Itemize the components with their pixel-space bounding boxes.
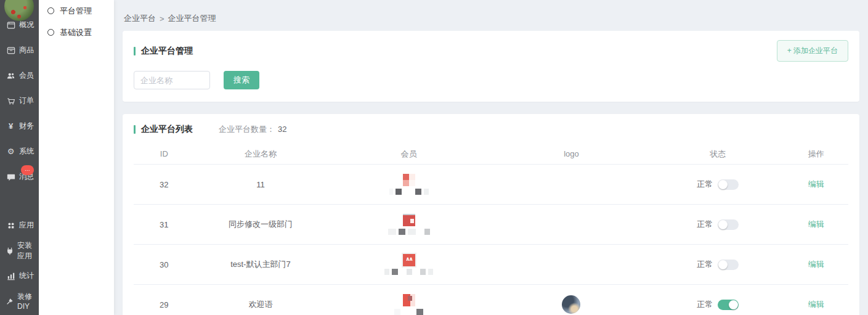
stats-icon: [6, 272, 16, 280]
cell-logo: [491, 295, 652, 314]
cell-status: 正常: [652, 179, 784, 190]
submenu-item-label: 平台管理: [60, 6, 92, 17]
breadcrumb-separator: >: [160, 14, 164, 23]
cell-company-name: test-默认主部门7: [195, 259, 327, 270]
column-header-1: 企业名称: [195, 149, 327, 160]
company-name-input[interactable]: [134, 71, 210, 89]
member-avatar-image: [403, 294, 415, 306]
sidebar-item-label: 应用: [19, 220, 34, 231]
status-label: 正常: [697, 219, 713, 230]
cell-action: 编辑: [784, 219, 848, 230]
sidebar-item-message[interactable]: 消息…: [0, 164, 39, 189]
cell-action: 编辑: [784, 299, 848, 310]
member-name-blurred: [388, 189, 430, 195]
toggle-knob: [718, 220, 728, 229]
cell-member: [327, 254, 491, 276]
sidebar-item-label: 订单: [19, 96, 34, 106]
submenu-item-platform-manage[interactable]: 平台管理: [39, 0, 114, 22]
column-header-0: ID: [134, 149, 195, 158]
column-header-5: 操作: [784, 149, 848, 160]
finance-icon: ¥: [6, 121, 16, 131]
platform-list-card: 企业平台列表 企业平台数量：32 ID企业名称会员logo状态操作 3211正常…: [123, 114, 859, 315]
cell-company-name: 11: [195, 180, 327, 189]
table-body: 3211正常编辑31同步修改一级部门正常编辑30test-默认主部门7正常编辑2…: [134, 165, 848, 315]
toggle-knob: [729, 300, 738, 309]
member-avatar-image: [403, 214, 415, 226]
sidebar-item-stats[interactable]: 统计: [0, 263, 39, 288]
cell-status: 正常: [652, 259, 784, 270]
list-card-title: 企业平台列表: [134, 124, 193, 135]
sidebar-item-label: 统计: [19, 271, 34, 281]
toggle-knob: [718, 180, 728, 189]
table-row: 30test-默认主部门7正常编辑: [134, 245, 848, 285]
cell-id: 30: [134, 260, 195, 269]
sidebar-item-label: 商品: [19, 45, 34, 55]
radio-circle-icon: [47, 29, 54, 36]
member-avatar-image: [403, 174, 415, 186]
message-badge: …: [21, 165, 34, 175]
status-toggle[interactable]: [718, 300, 739, 310]
submenu-item-basic-settings[interactable]: 基础设置: [39, 22, 114, 43]
status-label: 正常: [697, 179, 713, 190]
goods-icon: [6, 46, 16, 55]
column-header-2: 会员: [327, 149, 491, 160]
cell-company-name: 欢迎语: [195, 299, 327, 310]
edit-link[interactable]: 编辑: [808, 260, 824, 269]
breadcrumb-current: 企业平台管理: [168, 13, 216, 24]
sidebar-item-label: 系统: [19, 146, 34, 157]
platform-count: 企业平台数量：32: [219, 124, 286, 135]
cell-id: 29: [134, 300, 195, 309]
sidebar-menu: 概况商品会员订单¥财务⚙系统消息…应用安装应用统计装修DIY: [0, 12, 39, 314]
app-icon: [6, 221, 16, 230]
title-accent-bar: [134, 125, 136, 134]
cell-status: 正常: [652, 299, 784, 310]
platform-count-value: 32: [278, 125, 286, 134]
sidebar-item-app[interactable]: 应用: [0, 213, 39, 238]
main-content: 企业平台 > 企业平台管理 企业平台管理 + 添加企业平台 搜索 企业平台列表 …: [114, 0, 868, 315]
breadcrumb: 企业平台 > 企业平台管理: [123, 0, 859, 31]
breadcrumb-link-parent[interactable]: 企业平台: [124, 13, 156, 24]
cell-id: 32: [134, 180, 195, 189]
status-label: 正常: [697, 259, 713, 270]
table-row: 31同步修改一级部门正常编辑: [134, 205, 848, 245]
cell-member: [327, 174, 491, 195]
submenu-item-label: 基础设置: [60, 27, 92, 38]
title-accent-bar: [134, 47, 136, 55]
sidebar-item-overview[interactable]: 概况: [0, 12, 39, 38]
status-toggle[interactable]: [718, 179, 739, 190]
edit-link[interactable]: 编辑: [808, 179, 824, 189]
cell-status: 正常: [652, 219, 784, 230]
column-header-4: 状态: [652, 149, 784, 160]
sidebar-item-diy[interactable]: 装修DIY: [0, 288, 39, 314]
cell-company-name: 同步修改一级部门: [195, 219, 327, 230]
search-button[interactable]: 搜索: [224, 71, 259, 89]
edit-link[interactable]: 编辑: [808, 300, 824, 309]
cell-id: 31: [134, 220, 195, 229]
table-row: 29欢迎语正常编辑: [134, 285, 848, 315]
cell-action: 编辑: [784, 259, 848, 270]
member-name-blurred: [393, 309, 424, 315]
status-label: 正常: [697, 299, 713, 310]
search-card-title: 企业平台管理: [134, 46, 193, 57]
sidebar-item-goods[interactable]: 商品: [0, 38, 39, 63]
sidebar-group-spacer: [0, 189, 39, 213]
sidebar-item-install-app[interactable]: 安装应用: [0, 238, 39, 263]
sidebar-item-label: 安装应用: [17, 240, 39, 261]
member-avatar-image: [403, 254, 415, 266]
dark-sidebar: 概况商品会员订单¥财务⚙系统消息…应用安装应用统计装修DIY: [0, 0, 39, 315]
sidebar-item-label: 装修DIY: [17, 292, 39, 311]
sidebar-item-label: 概况: [19, 20, 34, 30]
sidebar-item-member[interactable]: 会员: [0, 63, 39, 88]
cell-member: [327, 214, 491, 235]
sidebar-item-order[interactable]: 订单: [0, 88, 39, 113]
status-toggle[interactable]: [718, 260, 739, 270]
sidebar-item-finance[interactable]: ¥财务: [0, 113, 39, 139]
sidebar-item-label: 会员: [19, 70, 34, 81]
sidebar-item-system[interactable]: ⚙系统: [0, 139, 39, 164]
edit-link[interactable]: 编辑: [808, 219, 824, 229]
add-platform-button[interactable]: + 添加企业平台: [777, 40, 848, 62]
status-toggle[interactable]: [718, 219, 739, 230]
member-icon: [6, 72, 16, 80]
diy-icon: [6, 297, 14, 306]
member-name-blurred: [387, 229, 431, 235]
